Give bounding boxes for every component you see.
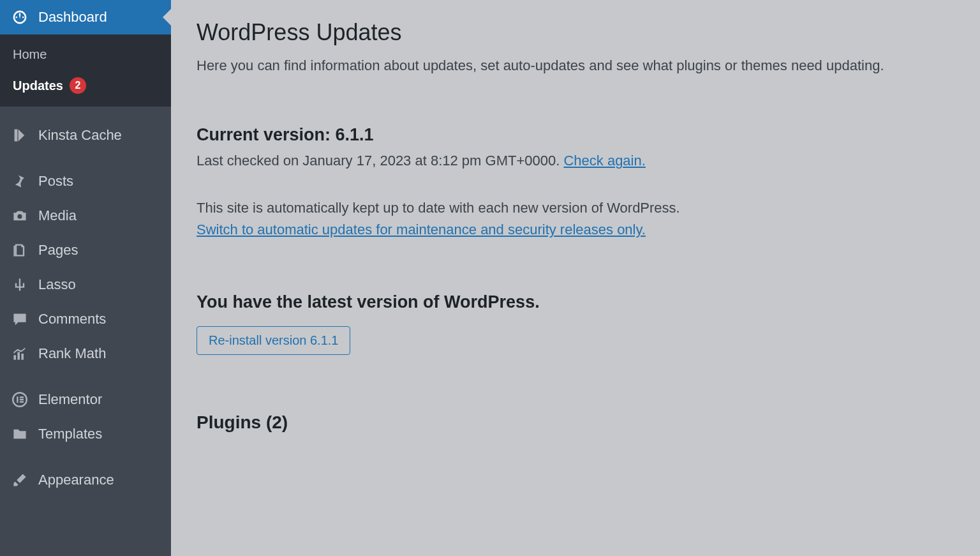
sidebar-item-comments[interactable]: Comments	[0, 302, 171, 336]
chart-icon	[10, 346, 29, 361]
submenu-label: Home	[13, 47, 47, 62]
sidebar-separator	[0, 153, 171, 164]
sidebar-item-pages[interactable]: Pages	[0, 233, 171, 267]
svg-point-0	[16, 17, 18, 19]
camera-icon	[10, 208, 29, 223]
sidebar-item-label: Rank Math	[38, 345, 106, 362]
reinstall-button[interactable]: Re-install version 6.1.1	[197, 326, 350, 355]
auto-update-message: This site is automatically kept up to da…	[197, 200, 954, 216]
sidebar-item-elementor[interactable]: Elementor	[0, 382, 171, 417]
switch-auto-updates-link[interactable]: Switch to automatic updates for maintena…	[197, 222, 646, 238]
sidebar-item-dashboard[interactable]: Dashboard	[0, 0, 171, 34]
sidebar-item-label: Pages	[38, 242, 78, 259]
latest-version-heading: You have the latest version of WordPress…	[197, 292, 954, 312]
folder-icon	[10, 426, 29, 442]
svg-rect-5	[17, 352, 20, 360]
comment-icon	[10, 312, 29, 327]
current-version-heading: Current version: 6.1.1	[197, 125, 954, 145]
pin-icon	[10, 174, 29, 189]
sidebar-item-label: Templates	[38, 426, 102, 442]
svg-rect-8	[17, 396, 18, 403]
intro-text: Here you can find information about upda…	[197, 57, 954, 74]
submenu-label: Updates	[13, 79, 63, 93]
main-content: WordPress Updates Here you can find info…	[171, 0, 980, 556]
check-again-link[interactable]: Check again.	[563, 153, 645, 169]
admin-sidebar: Dashboard Home Updates 2 Kinsta Cache Po…	[0, 0, 171, 556]
submenu-item-updates[interactable]: Updates 2	[0, 70, 171, 101]
sidebar-item-label: Kinsta Cache	[38, 127, 122, 144]
sidebar-item-label: Dashboard	[38, 9, 107, 26]
svg-rect-9	[20, 396, 24, 398]
sidebar-item-label: Appearance	[38, 472, 114, 488]
sidebar-item-label: Media	[38, 207, 77, 224]
svg-rect-3	[13, 246, 15, 257]
last-checked-prefix: Last checked on January 17, 2023 at 8:12…	[197, 153, 563, 169]
sidebar-item-label: Elementor	[38, 391, 102, 408]
sidebar-item-label: Posts	[38, 173, 73, 190]
sidebar-item-rank-math[interactable]: Rank Math	[0, 336, 171, 371]
svg-point-2	[19, 13, 21, 15]
sidebar-item-templates[interactable]: Templates	[0, 417, 171, 451]
sidebar-separator	[0, 451, 171, 463]
last-checked-text: Last checked on January 17, 2023 at 8:12…	[197, 153, 954, 169]
svg-rect-4	[13, 355, 16, 359]
sidebar-item-appearance[interactable]: Appearance	[0, 463, 171, 497]
sidebar-separator	[0, 107, 171, 118]
svg-point-1	[22, 17, 24, 19]
sidebar-item-kinsta-cache[interactable]: Kinsta Cache	[0, 118, 171, 153]
sidebar-item-label: Lasso	[38, 276, 76, 293]
page-title: WordPress Updates	[197, 19, 954, 46]
page-icon	[10, 243, 29, 258]
updates-badge: 2	[70, 77, 86, 94]
elementor-icon	[10, 392, 29, 407]
sidebar-item-posts[interactable]: Posts	[0, 164, 171, 199]
sidebar-separator	[0, 371, 171, 382]
sidebar-item-label: Comments	[38, 311, 106, 327]
plugins-heading: Plugins (2)	[197, 412, 954, 433]
svg-rect-11	[20, 401, 24, 402]
cactus-icon	[10, 277, 29, 292]
dashboard-submenu: Home Updates 2	[0, 34, 171, 107]
svg-rect-6	[21, 354, 24, 360]
sidebar-item-media[interactable]: Media	[0, 199, 171, 233]
kinsta-icon	[10, 128, 29, 143]
submenu-item-home[interactable]: Home	[0, 40, 171, 70]
sidebar-item-lasso[interactable]: Lasso	[0, 267, 171, 302]
svg-rect-10	[20, 399, 24, 400]
brush-icon	[10, 472, 29, 488]
dashboard-icon	[10, 9, 29, 26]
